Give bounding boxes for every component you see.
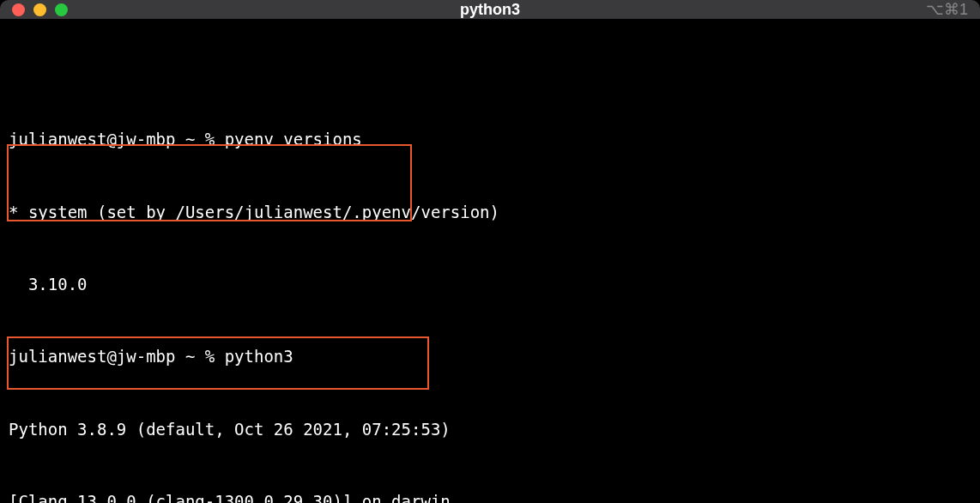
terminal-line: * system (set by /Users/julianwest/.pyen… [9,200,971,224]
terminal-line: [Clang 13.0.0 (clang-1300.0.29.30)] on d… [9,489,971,503]
zoom-button[interactable] [55,3,68,16]
minimize-button[interactable] [33,3,46,16]
window-title: python3 [460,1,520,19]
terminal-window: python3 ⌥⌘1 julianwest@jw-mbp ~ % pyenv … [0,0,980,503]
title-bar: python3 ⌥⌘1 [0,0,980,19]
terminal-line: julianwest@jw-mbp ~ % pyenv versions [9,127,971,151]
terminal-line: 3.10.0 [9,272,971,296]
terminal-body[interactable]: julianwest@jw-mbp ~ % pyenv versions * s… [0,19,980,503]
terminal-line: Python 3.8.9 (default, Oct 26 2021, 07:2… [9,417,971,441]
close-button[interactable] [12,3,25,16]
terminal-line: julianwest@jw-mbp ~ % python3 [9,344,971,368]
traffic-lights [12,3,68,16]
window-shortcut: ⌥⌘1 [926,0,968,19]
